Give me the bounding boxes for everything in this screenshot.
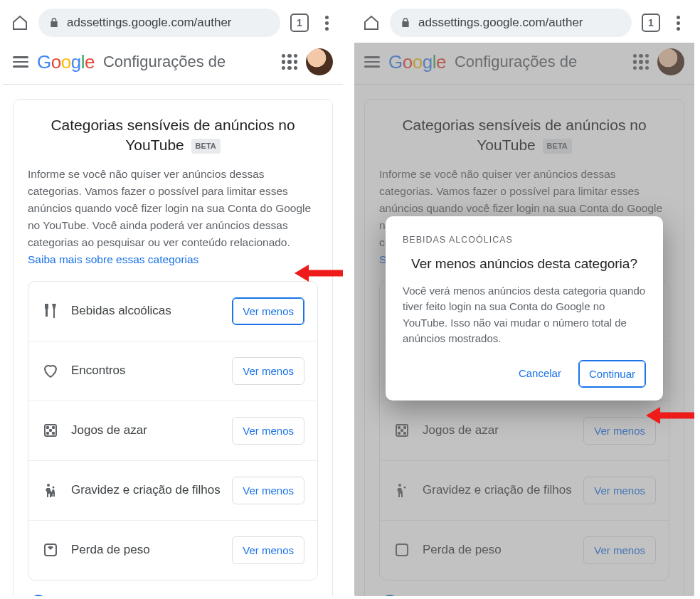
heart-icon xyxy=(41,361,60,380)
learn-more-link[interactable]: Saiba mais sobre essas categorias xyxy=(28,253,198,265)
category-label: Perda de peso xyxy=(71,542,221,558)
sensitive-categories-card: Categorias sensíveis de anúncios no YouT… xyxy=(13,99,333,596)
section-title: Categorias sensíveis de anúncios no YouT… xyxy=(379,115,669,156)
info-icon: i xyxy=(31,595,46,596)
phone-right: adssettings.google.com/auther 1 Google C… xyxy=(354,3,694,596)
svg-point-14 xyxy=(404,433,405,434)
category-label: Bebidas alcoólicas xyxy=(71,303,221,319)
category-label: Perda de peso xyxy=(423,542,572,558)
tab-count[interactable]: 1 xyxy=(642,14,660,32)
page-title: Configurações de xyxy=(455,53,625,71)
lock-icon xyxy=(400,17,411,28)
svg-point-16 xyxy=(404,487,406,489)
browser-topbar: adssettings.google.com/auther 1 xyxy=(354,3,694,43)
menu-icon[interactable] xyxy=(13,56,28,68)
see-less-button[interactable]: Ver menos xyxy=(232,477,304,504)
dialog-headline: Ver menos anúncios desta categoria? xyxy=(403,255,646,273)
svg-point-2 xyxy=(53,427,54,428)
section-title: Categorias sensíveis de anúncios no YouT… xyxy=(28,115,318,156)
appbar: Google Configurações de xyxy=(354,43,694,85)
svg-point-11 xyxy=(404,427,405,428)
confirm-dialog: BEBIDAS ALCOÓLICAS Ver menos anúncios de… xyxy=(386,216,663,401)
section-description: Informe se você não quiser ver anúncios … xyxy=(28,166,318,268)
page-title: Configurações de xyxy=(103,53,273,71)
category-row-dating: Encontros Ver menos xyxy=(28,341,317,401)
dialog-actions: Cancelar Continuar xyxy=(403,360,646,388)
see-less-button[interactable]: Ver menos xyxy=(583,536,656,564)
family-icon xyxy=(41,481,60,499)
svg-point-3 xyxy=(50,430,51,431)
annotation-arrow xyxy=(293,260,343,286)
appbar: Google Configurações de xyxy=(3,43,343,85)
dialog-eyebrow: BEBIDAS ALCOÓLICAS xyxy=(403,235,646,245)
content-area: Categorias sensíveis de anúncios no YouT… xyxy=(3,85,343,596)
svg-point-10 xyxy=(398,427,400,428)
see-less-button[interactable]: Ver menos xyxy=(232,536,304,564)
continue-button[interactable]: Continuar xyxy=(578,360,646,388)
category-label: Encontros xyxy=(71,363,221,378)
home-icon[interactable] xyxy=(11,14,28,31)
category-row-parenting: Gravidez e criação de filhos Ver menos xyxy=(28,460,317,520)
category-label: Jogos de azar xyxy=(423,423,572,438)
dialog-body: Você verá menos anúncios desta categoria… xyxy=(403,283,646,347)
see-less-button[interactable]: Ver menos xyxy=(232,417,304,445)
beta-badge: BETA xyxy=(191,139,221,154)
lock-icon xyxy=(48,17,60,28)
beta-badge: BETA xyxy=(543,139,572,154)
browser-topbar: adssettings.google.com/auther 1 xyxy=(3,3,343,43)
phone-left: adssettings.google.com/auther 1 Google C… xyxy=(3,3,343,596)
see-less-button[interactable]: Ver menos xyxy=(232,357,304,385)
url-bar[interactable]: adssettings.google.com/auther xyxy=(390,9,632,37)
see-less-button[interactable]: Ver menos xyxy=(232,297,304,325)
info-icon: i xyxy=(382,595,398,596)
apps-icon[interactable] xyxy=(282,54,297,70)
footnote: i O Google é uma das diversas redes de p… xyxy=(28,581,318,596)
svg-point-5 xyxy=(53,433,54,434)
svg-point-1 xyxy=(47,427,48,428)
url-bar[interactable]: adssettings.google.com/auther xyxy=(38,9,280,37)
avatar[interactable] xyxy=(306,48,333,75)
category-row-parenting: Gravidez e criação de filhos Ver menos xyxy=(380,460,669,520)
home-icon[interactable] xyxy=(363,14,380,31)
svg-rect-17 xyxy=(396,544,408,556)
category-row-alcohol: Bebidas alcoólicas Ver menos xyxy=(28,282,317,341)
svg-point-4 xyxy=(47,433,48,434)
overflow-menu-icon[interactable] xyxy=(670,16,686,31)
footnote: i O Google é uma das diversas redes de p… xyxy=(379,581,669,596)
tab-count[interactable]: 1 xyxy=(290,14,309,32)
url-text: adssettings.google.com/auther xyxy=(418,16,583,30)
svg-point-12 xyxy=(401,430,403,431)
dice-icon xyxy=(41,421,60,440)
svg-point-15 xyxy=(398,484,401,487)
annotation-arrow xyxy=(645,403,694,428)
category-row-gambling: Jogos de azar Ver menos xyxy=(28,401,317,460)
apps-icon[interactable] xyxy=(633,54,649,70)
avatar[interactable] xyxy=(657,48,684,75)
svg-point-7 xyxy=(53,487,55,489)
category-list: Bebidas alcoólicas Ver menos Encontros V… xyxy=(28,281,318,581)
google-logo: Google xyxy=(37,51,95,73)
category-label: Gravidez e criação de filhos xyxy=(423,482,572,498)
overflow-menu-icon[interactable] xyxy=(319,16,334,31)
menu-icon[interactable] xyxy=(364,56,380,68)
svg-point-6 xyxy=(47,484,50,487)
google-logo: Google xyxy=(388,51,446,73)
category-row-weightloss: Perda de peso Ver menos xyxy=(28,520,317,580)
dice-icon xyxy=(393,421,411,440)
see-less-button[interactable]: Ver menos xyxy=(583,477,656,504)
family-icon xyxy=(393,481,411,499)
scale-icon xyxy=(41,541,60,559)
category-row-weightloss: Perda de peso Ver menos xyxy=(380,520,669,580)
category-label: Jogos de azar xyxy=(71,423,221,438)
alcohol-icon xyxy=(41,302,60,320)
scale-icon xyxy=(393,541,411,559)
cancel-button[interactable]: Cancelar xyxy=(509,360,571,388)
url-text: adssettings.google.com/auther xyxy=(67,16,232,30)
svg-point-13 xyxy=(398,433,400,434)
category-label: Gravidez e criação de filhos xyxy=(71,482,221,498)
category-row-gambling: Jogos de azar Ver menos xyxy=(380,401,669,460)
